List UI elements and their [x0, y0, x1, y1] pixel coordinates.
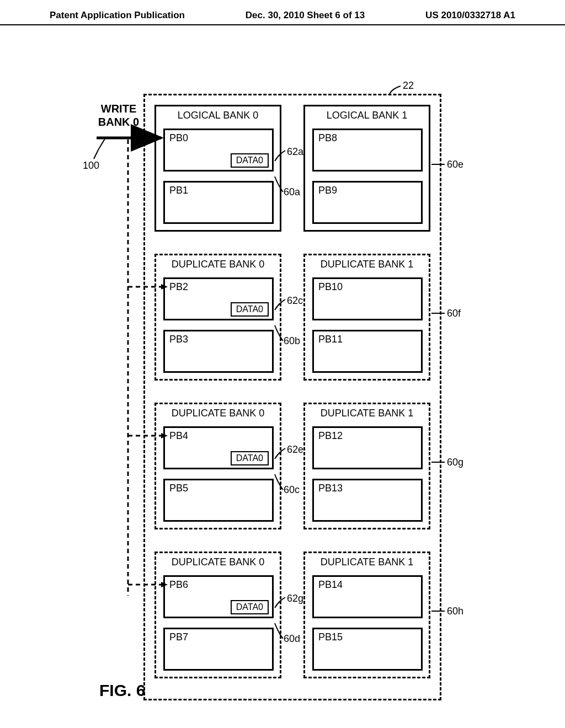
pb1: PB1: [163, 181, 274, 224]
pb-label: PB5: [169, 483, 188, 494]
data0-box: DATA0: [231, 153, 269, 168]
pb-label: PB13: [318, 483, 343, 494]
pb-label: PB15: [318, 631, 343, 643]
pb-label: PB6: [169, 579, 188, 591]
pb15: PB15: [312, 628, 423, 671]
logical-bank-0: LOGICAL BANK 0 PB0 DATA0 PB1: [154, 105, 281, 232]
pb-label: PB14: [318, 579, 343, 591]
figure-label: FIG. 6: [99, 681, 145, 700]
bank-title: DUPLICATE BANK 1: [305, 556, 429, 568]
logical-bank-1: LOGICAL BANK 1 PB8 PB9: [303, 105, 430, 232]
pb4: PB4 DATA0: [163, 426, 274, 469]
pb-label: PB10: [318, 281, 343, 293]
pb7: PB7: [163, 628, 274, 671]
ref-62e: 62e: [287, 444, 303, 456]
pb9: PB9: [312, 181, 423, 224]
pb-label: PB8: [318, 132, 337, 144]
write-bank-label: WRITEBANK 0: [94, 102, 143, 129]
ref-62a: 62a: [287, 146, 303, 158]
ref-62c: 62c: [287, 295, 303, 307]
header-left: Patent Application Publication: [50, 10, 185, 21]
page-header: Patent Application Publication Dec. 30, …: [0, 0, 565, 25]
data0-box: DATA0: [231, 600, 269, 614]
figure-stage: WRITEBANK 0 LOGICAL BANK 0 PB0 DATA0 PB1…: [0, 39, 565, 717]
ref-60f: 60f: [447, 308, 461, 319]
ref-62g: 62g: [287, 593, 303, 604]
duplicate-bank-1-c: DUPLICATE BANK 1 PB14 PB15: [303, 552, 430, 678]
pb0: PB0 DATA0: [163, 129, 274, 172]
bank-title: DUPLICATE BANK 1: [305, 408, 429, 419]
pb2: PB2 DATA0: [163, 277, 274, 320]
pb14: PB14: [312, 575, 423, 618]
pb-label: PB9: [318, 185, 337, 196]
bank-title: LOGICAL BANK 1: [305, 110, 429, 121]
pb8: PB8: [312, 129, 423, 172]
ref-60g: 60g: [447, 457, 463, 468]
ref-60b: 60b: [284, 335, 300, 347]
pb-label: PB12: [318, 430, 343, 442]
ref-22: 22: [403, 80, 414, 92]
header-center: Dec. 30, 2010 Sheet 6 of 13: [246, 10, 365, 21]
data0-box: DATA0: [231, 451, 269, 465]
ref-100: 100: [83, 160, 99, 172]
pb-label: PB7: [169, 631, 188, 643]
pb-label: PB11: [318, 334, 343, 345]
duplicate-bank-0-a: DUPLICATE BANK 0 PB2 DATA0 PB3: [154, 254, 281, 381]
bank-title: LOGICAL BANK 0: [156, 110, 280, 121]
duplicate-bank-0-b: DUPLICATE BANK 0 PB4 DATA0 PB5: [154, 403, 281, 529]
pb6: PB6 DATA0: [163, 575, 274, 618]
header-right: US 2010/0332718 A1: [425, 10, 515, 21]
pb13: PB13: [312, 479, 423, 522]
ref-60c: 60c: [284, 484, 300, 496]
pb-label: PB3: [169, 334, 188, 345]
pb5: PB5: [163, 479, 274, 522]
pb3: PB3: [163, 330, 274, 373]
pb10: PB10: [312, 277, 423, 320]
ref-60a: 60a: [284, 186, 300, 198]
duplicate-bank-1-b: DUPLICATE BANK 1 PB12 PB13: [303, 403, 430, 529]
duplicate-bank-1-a: DUPLICATE BANK 1 PB10 PB11: [303, 254, 430, 381]
bank-title: DUPLICATE BANK 0: [156, 259, 280, 270]
ref-60h: 60h: [447, 606, 463, 617]
pb12: PB12: [312, 426, 423, 469]
pb11: PB11: [312, 330, 423, 373]
duplicate-bank-0-c: DUPLICATE BANK 0 PB6 DATA0 PB7: [154, 552, 281, 678]
bank-title: DUPLICATE BANK 0: [156, 556, 280, 568]
pb-label: PB2: [169, 281, 188, 293]
bank-title: DUPLICATE BANK 1: [305, 259, 429, 270]
pb-label: PB4: [169, 430, 188, 442]
pb-label: PB0: [169, 132, 188, 144]
pb-label: PB1: [169, 185, 188, 196]
ref-60e: 60e: [447, 159, 463, 170]
ref-60d: 60d: [284, 633, 300, 645]
data0-box: DATA0: [231, 302, 269, 317]
bank-title: DUPLICATE BANK 0: [156, 408, 280, 419]
